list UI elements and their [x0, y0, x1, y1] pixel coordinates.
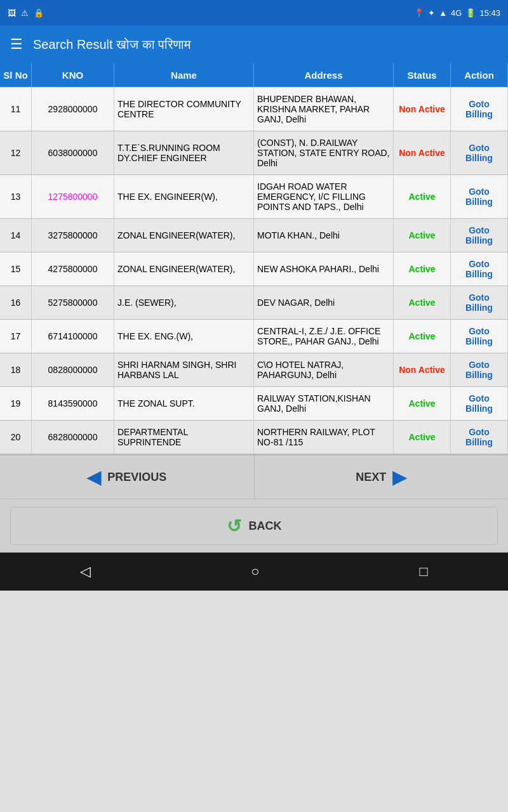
- table-row: 12 6038000000 T.T.E`S.RUNNING ROOM DY.CH…: [0, 131, 508, 175]
- hamburger-menu-icon[interactable]: ☰: [10, 36, 23, 53]
- cell-name: THE EX. ENG.(W),: [114, 320, 254, 353]
- cell-kno: 4275800000: [32, 252, 114, 285]
- cell-action[interactable]: Goto Billing: [451, 421, 508, 454]
- header-status: Status: [394, 63, 451, 87]
- next-button[interactable]: NEXT ▶: [255, 455, 509, 499]
- cell-action[interactable]: Goto Billing: [451, 88, 508, 131]
- cell-status: Active: [394, 219, 451, 252]
- cell-address: RAILWAY STATION,KISHAN GANJ, Delhi: [254, 387, 394, 420]
- cell-action[interactable]: Goto Billing: [451, 219, 508, 252]
- android-home-icon[interactable]: ○: [251, 563, 259, 580]
- cell-status: Active: [394, 286, 451, 319]
- next-label: NEXT: [356, 471, 386, 484]
- cell-address: NEW ASHOKA PAHARI., Delhi: [254, 252, 394, 285]
- cell-name: ZONAL ENGINEER(WATER),: [114, 252, 254, 285]
- table-row: 11 2928000000 THE DIRECTOR COMMUNITY CEN…: [0, 88, 508, 131]
- cell-name: THE EX. ENGINEER(W),: [114, 175, 254, 218]
- table-header: Sl No KNO Name Address Status Action: [0, 63, 508, 88]
- cell-action[interactable]: Goto Billing: [451, 286, 508, 319]
- header-action: Action: [451, 63, 508, 87]
- header-address: Address: [254, 63, 394, 87]
- cell-slno: 20: [0, 421, 32, 454]
- cell-status: Active: [394, 175, 451, 218]
- cell-kno: 5275800000: [32, 286, 114, 319]
- cell-status: Active: [394, 252, 451, 285]
- table-body: 11 2928000000 THE DIRECTOR COMMUNITY CEN…: [0, 88, 508, 454]
- cell-status: Active: [394, 320, 451, 353]
- header-slno: Sl No: [0, 63, 32, 87]
- status-icons-left: 🖼 ⚠ 🔒: [8, 8, 44, 18]
- cell-status: Active: [394, 387, 451, 420]
- android-recent-icon[interactable]: □: [420, 563, 428, 580]
- cell-action[interactable]: Goto Billing: [451, 252, 508, 285]
- cell-address: CENTRAL-I, Z.E./ J.E. OFFICE STORE,, PAH…: [254, 320, 394, 353]
- cell-action[interactable]: Goto Billing: [451, 320, 508, 353]
- cell-kno: 8143590000: [32, 387, 114, 420]
- table-row: 13 1275800000 THE EX. ENGINEER(W), IDGAH…: [0, 175, 508, 219]
- wifi-icon: ▲: [439, 8, 447, 18]
- cell-action[interactable]: Goto Billing: [451, 353, 508, 386]
- location-icon: 📍: [414, 8, 424, 18]
- app-bar: ☰ Search Result खोज का परिणाम: [0, 25, 508, 63]
- cell-address: IDGAH ROAD WATER EMERGENCY, I/C FILLING …: [254, 175, 394, 218]
- cell-kno: 1275800000: [32, 175, 114, 218]
- table-row: 19 8143590000 THE ZONAL SUPT. RAILWAY ST…: [0, 387, 508, 421]
- cell-kno: 2928000000: [32, 88, 114, 131]
- cell-address: NORTHERN RAILWAY, PLOT NO-81 /115: [254, 421, 394, 454]
- warning-icon: ⚠: [21, 8, 29, 18]
- table-container: Sl No KNO Name Address Status Action 11 …: [0, 63, 508, 454]
- cell-status: Non Active: [394, 353, 451, 386]
- cell-slno: 15: [0, 252, 32, 285]
- table-row: 16 5275800000 J.E. (SEWER), DEV NAGAR, D…: [0, 286, 508, 320]
- cell-action[interactable]: Goto Billing: [451, 175, 508, 218]
- bluetooth-icon: ✦: [428, 8, 435, 18]
- android-back-icon[interactable]: ◁: [80, 563, 91, 580]
- previous-label: PREVIOUS: [107, 471, 166, 484]
- nav-buttons: ◀ PREVIOUS NEXT ▶: [0, 454, 508, 499]
- cell-name: THE DIRECTOR COMMUNITY CENTRE: [114, 88, 254, 131]
- cell-address: MOTIA KHAN., Delhi: [254, 219, 394, 252]
- cell-name: J.E. (SEWER),: [114, 286, 254, 319]
- time-display: 15:43: [479, 8, 500, 18]
- app-bar-title: Search Result खोज का परिणाम: [33, 37, 190, 52]
- status-bar: 🖼 ⚠ 🔒 📍 ✦ ▲ 4G 🔋 15:43: [0, 0, 508, 25]
- cell-status: Non Active: [394, 131, 451, 174]
- battery-icon: 🔋: [465, 8, 476, 18]
- cell-kno: 6714100000: [32, 320, 114, 353]
- table-row: 14 3275800000 ZONAL ENGINEER(WATER), MOT…: [0, 219, 508, 252]
- right-arrow-icon: ▶: [392, 467, 406, 488]
- cell-kno: 6828000000: [32, 421, 114, 454]
- cell-slno: 18: [0, 353, 32, 386]
- cell-status: Active: [394, 421, 451, 454]
- status-icons-right: 📍 ✦ ▲ 4G 🔋 15:43: [414, 8, 500, 18]
- back-button[interactable]: ↺ BACK: [10, 507, 498, 545]
- cell-slno: 16: [0, 286, 32, 319]
- cell-slno: 17: [0, 320, 32, 353]
- cell-address: (CONST), N. D.RAILWAY STATION, STATE ENT…: [254, 131, 394, 174]
- cell-kno: 3275800000: [32, 219, 114, 252]
- cell-action[interactable]: Goto Billing: [451, 387, 508, 420]
- back-refresh-icon: ↺: [227, 516, 241, 537]
- cell-address: C\O HOTEL NATRAJ, PAHARGUNJ, Delhi: [254, 353, 394, 386]
- cell-address: DEV NAGAR, Delhi: [254, 286, 394, 319]
- cell-kno: 6038000000: [32, 131, 114, 174]
- back-section: ↺ BACK: [0, 499, 508, 553]
- cell-status: Non Active: [394, 88, 451, 131]
- cell-slno: 13: [0, 175, 32, 218]
- cell-name: T.T.E`S.RUNNING ROOM DY.CHIEF ENGINEER: [114, 131, 254, 174]
- cell-kno: 0828000000: [32, 353, 114, 386]
- previous-button[interactable]: ◀ PREVIOUS: [0, 455, 255, 499]
- table-row: 15 4275800000 ZONAL ENGINEER(WATER), NEW…: [0, 252, 508, 286]
- cell-slno: 19: [0, 387, 32, 420]
- cell-action[interactable]: Goto Billing: [451, 131, 508, 174]
- cell-slno: 12: [0, 131, 32, 174]
- left-arrow-icon: ◀: [87, 467, 101, 488]
- header-name: Name: [114, 63, 254, 87]
- cell-name: THE ZONAL SUPT.: [114, 387, 254, 420]
- table-row: 18 0828000000 SHRI HARNAM SINGH, SHRI HA…: [0, 353, 508, 387]
- cell-address: BHUPENDER BHAWAN, KRISHNA MARKET, PAHAR …: [254, 88, 394, 131]
- table-row: 17 6714100000 THE EX. ENG.(W), CENTRAL-I…: [0, 320, 508, 353]
- table-row: 20 6828000000 DEPARTMENTAL SUPRINTENDE N…: [0, 421, 508, 454]
- signal-label: 4G: [451, 8, 462, 18]
- cell-name: ZONAL ENGINEER(WATER),: [114, 219, 254, 252]
